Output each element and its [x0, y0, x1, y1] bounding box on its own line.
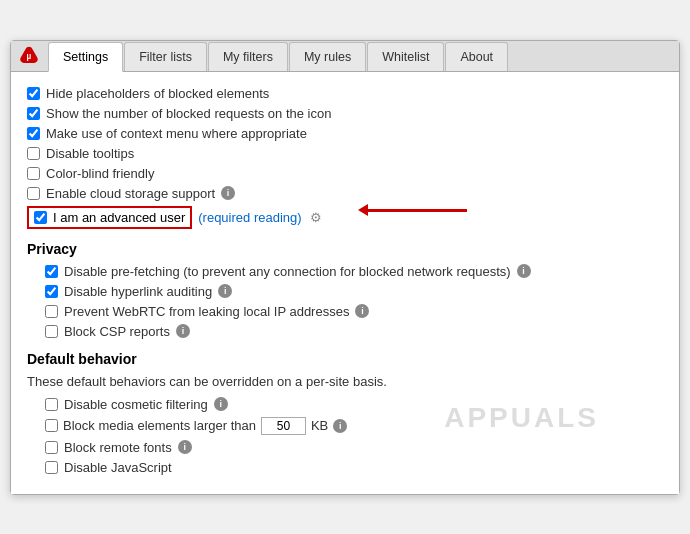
- info-cosmetic-icon[interactable]: i: [214, 397, 228, 411]
- info-media-icon[interactable]: i: [333, 419, 347, 433]
- setting-advanced-user: I am an advanced user (required reading)…: [27, 206, 663, 229]
- kb-unit-label: KB: [311, 418, 328, 433]
- setting-block-media: Block media elements larger than KB i: [45, 417, 663, 435]
- checkbox-block-remote-fonts[interactable]: [45, 441, 58, 454]
- default-behavior-section-title: Default behavior: [27, 351, 663, 367]
- arrow-indicator: [367, 209, 467, 212]
- checkbox-hide-placeholders[interactable]: [27, 87, 40, 100]
- info-webrtc-icon[interactable]: i: [355, 304, 369, 318]
- info-csp-icon[interactable]: i: [176, 324, 190, 338]
- tab-about[interactable]: About: [445, 42, 508, 71]
- checkbox-show-blocked-count[interactable]: [27, 107, 40, 120]
- label-context-menu: Make use of context menu where appropria…: [46, 126, 307, 141]
- tab-my-filters[interactable]: My filters: [208, 42, 288, 71]
- setting-block-remote-fonts: Block remote fonts i: [45, 440, 663, 455]
- label-hide-placeholders: Hide placeholders of blocked elements: [46, 86, 269, 101]
- setting-show-blocked-count: Show the number of blocked requests on t…: [27, 106, 663, 121]
- label-show-blocked-count: Show the number of blocked requests on t…: [46, 106, 331, 121]
- setting-disable-cosmetic: Disable cosmetic filtering i: [45, 397, 663, 412]
- settings-content: Hide placeholders of blocked elements Sh…: [11, 72, 679, 494]
- tab-settings[interactable]: Settings: [48, 42, 123, 72]
- required-reading-link[interactable]: (required reading): [198, 210, 301, 225]
- checkbox-cloud-storage[interactable]: [27, 187, 40, 200]
- info-hyperlink-icon[interactable]: i: [218, 284, 232, 298]
- label-block-media: Block media elements larger than: [63, 418, 256, 433]
- setting-disable-prefetch: Disable pre-fetching (to prevent any con…: [45, 264, 663, 279]
- label-disable-tooltips: Disable tooltips: [46, 146, 134, 161]
- setting-context-menu: Make use of context menu where appropria…: [27, 126, 663, 141]
- checkbox-disable-hyperlink[interactable]: [45, 285, 58, 298]
- privacy-section-title: Privacy: [27, 241, 663, 257]
- checkbox-block-csp[interactable]: [45, 325, 58, 338]
- setting-disable-hyperlink: Disable hyperlink auditing i: [45, 284, 663, 299]
- label-color-blind: Color-blind friendly: [46, 166, 154, 181]
- checkbox-disable-prefetch[interactable]: [45, 265, 58, 278]
- setting-disable-js: Disable JavaScript: [45, 460, 663, 475]
- setting-webrtc: Prevent WebRTC from leaking local IP add…: [45, 304, 663, 319]
- tab-bar: µ Settings Filter lists My filters My ru…: [11, 41, 679, 72]
- setting-block-csp: Block CSP reports i: [45, 324, 663, 339]
- browser-panel: µ Settings Filter lists My filters My ru…: [10, 40, 680, 495]
- checkbox-color-blind[interactable]: [27, 167, 40, 180]
- checkbox-disable-tooltips[interactable]: [27, 147, 40, 160]
- label-disable-cosmetic: Disable cosmetic filtering: [64, 397, 208, 412]
- setting-disable-tooltips: Disable tooltips: [27, 146, 663, 161]
- label-block-csp: Block CSP reports: [64, 324, 170, 339]
- tab-filter-lists[interactable]: Filter lists: [124, 42, 207, 71]
- setting-hide-placeholders: Hide placeholders of blocked elements: [27, 86, 663, 101]
- extension-logo: µ: [15, 42, 43, 70]
- label-disable-prefetch: Disable pre-fetching (to prevent any con…: [64, 264, 511, 279]
- checkbox-advanced-user[interactable]: [34, 211, 47, 224]
- label-disable-hyperlink: Disable hyperlink auditing: [64, 284, 212, 299]
- checkbox-context-menu[interactable]: [27, 127, 40, 140]
- label-cloud-storage: Enable cloud storage support: [46, 186, 215, 201]
- info-remote-fonts-icon[interactable]: i: [178, 440, 192, 454]
- checkbox-block-media[interactable]: [45, 419, 58, 432]
- setting-color-blind: Color-blind friendly: [27, 166, 663, 181]
- tab-whitelist[interactable]: Whitelist: [367, 42, 444, 71]
- info-prefetch-icon[interactable]: i: [517, 264, 531, 278]
- tab-my-rules[interactable]: My rules: [289, 42, 366, 71]
- media-size-input[interactable]: [261, 417, 306, 435]
- checkbox-webrtc[interactable]: [45, 305, 58, 318]
- svg-text:µ: µ: [27, 51, 32, 60]
- default-behavior-desc: These default behaviors can be overridde…: [27, 374, 663, 389]
- label-webrtc: Prevent WebRTC from leaking local IP add…: [64, 304, 349, 319]
- info-cloud-storage-icon[interactable]: i: [221, 186, 235, 200]
- gear-icon[interactable]: ⚙: [310, 210, 322, 225]
- label-disable-js: Disable JavaScript: [64, 460, 172, 475]
- label-block-remote-fonts: Block remote fonts: [64, 440, 172, 455]
- label-advanced-user: I am an advanced user: [53, 210, 185, 225]
- setting-cloud-storage: Enable cloud storage support i: [27, 186, 663, 201]
- checkbox-disable-cosmetic[interactable]: [45, 398, 58, 411]
- checkbox-disable-js[interactable]: [45, 461, 58, 474]
